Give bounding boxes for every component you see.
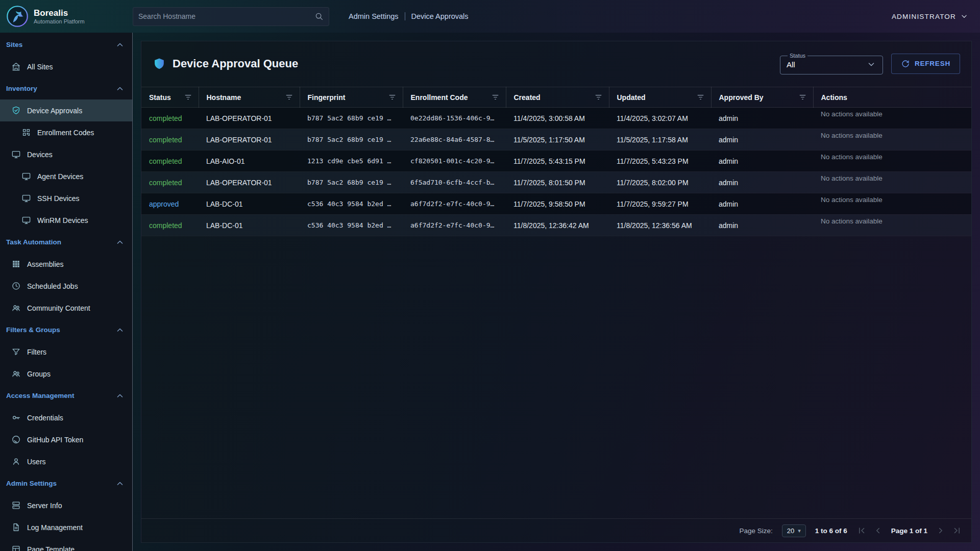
sidebar-section-inventory[interactable]: Inventory xyxy=(0,78,132,99)
col-header-hostname[interactable]: Hostname xyxy=(199,87,300,108)
table-row: completedLAB-OPERATOR-01b787 5ac2 68b9 c… xyxy=(141,129,971,151)
previous-page-icon[interactable] xyxy=(873,525,883,536)
funnel-icon xyxy=(11,347,21,357)
col-label: Created xyxy=(514,93,541,102)
sidebar-item-scheduled-jobs[interactable]: Scheduled Jobs xyxy=(0,275,132,297)
chevron-down-icon xyxy=(960,12,969,21)
chevron-up-icon xyxy=(115,325,125,335)
sidebar-item-server-info[interactable]: Server Info xyxy=(0,494,132,516)
cell-created: 11/5/2025, 1:17:50 AM xyxy=(506,129,609,151)
filter-icon[interactable] xyxy=(594,93,603,102)
sidebar-item-credentials[interactable]: Credentials xyxy=(0,407,132,429)
col-header-actions[interactable]: Actions xyxy=(813,87,971,108)
search-icon[interactable] xyxy=(314,12,324,21)
sidebar-item-github-api-token[interactable]: GitHub API Token xyxy=(0,429,132,450)
cell-enrollment_code: 0e22dd86-1536-406c-9… xyxy=(403,108,506,129)
col-header-status[interactable]: Status xyxy=(141,87,199,108)
sidebar-item-device-approvals[interactable]: Device Approvals xyxy=(0,99,132,121)
sidebar-section-filters-groups[interactable]: Filters & Groups xyxy=(0,319,132,341)
cell-updated: 11/5/2025, 1:17:58 AM xyxy=(609,129,711,151)
sidebar-item-label: Community Content xyxy=(27,304,90,312)
filter-icon[interactable] xyxy=(285,93,293,102)
sidebar-item-community-content[interactable]: Community Content xyxy=(0,297,132,319)
col-label: Enrollment Code xyxy=(411,93,468,102)
sidebar-item-label: Groups xyxy=(27,370,51,378)
sidebar-section-access-management[interactable]: Access Management xyxy=(0,385,132,407)
cell-actions: No actions available xyxy=(813,151,971,172)
table-row: completedLAB-DC-01c536 40c3 9584 b2ed …a… xyxy=(141,215,971,236)
page-nav: Page 1 of 1 xyxy=(856,525,962,536)
page-size-select[interactable]: 20 ▾ xyxy=(782,524,806,537)
cell-status: completed xyxy=(141,129,199,151)
sidebar-item-log-management[interactable]: Log Management xyxy=(0,516,132,538)
col-header-enrollment-code[interactable]: Enrollment Code xyxy=(403,87,506,108)
next-page-icon[interactable] xyxy=(936,525,946,536)
top-bar: Borealis Automation Platform Admin Setti… xyxy=(0,0,980,33)
breadcrumb-admin-settings[interactable]: Admin Settings xyxy=(349,12,399,20)
breadcrumb-separator xyxy=(405,12,405,20)
sidebar-section-label: Inventory xyxy=(6,85,37,92)
col-header-approved-by[interactable]: Approved By xyxy=(711,87,813,108)
caret-down-icon: ▾ xyxy=(798,528,801,534)
search-input[interactable] xyxy=(138,12,314,20)
filter-icon[interactable] xyxy=(184,93,192,102)
search-box xyxy=(133,7,329,26)
col-label: Updated xyxy=(617,93,646,102)
cell-status: completed xyxy=(141,215,199,236)
user-menu[interactable]: ADMINISTRATOR xyxy=(892,12,969,21)
sidebar-item-all-sites[interactable]: All Sites xyxy=(0,56,132,78)
sidebar-item-filters[interactable]: Filters xyxy=(0,341,132,363)
sidebar-item-label: GitHub API Token xyxy=(27,436,83,444)
person-icon xyxy=(11,457,21,466)
sidebar-item-enrollment-codes[interactable]: Enrollment Codes xyxy=(0,121,132,143)
page-title: Device Approval Queue xyxy=(173,57,298,70)
page-size-value: 20 xyxy=(787,527,794,535)
sidebar-item-label: Users xyxy=(27,458,46,466)
cell-actions: No actions available xyxy=(813,129,971,151)
sidebar-item-agent-devices[interactable]: Agent Devices xyxy=(0,165,132,187)
sidebar-item-devices[interactable]: Devices xyxy=(0,143,132,165)
sidebar-section-task-automation[interactable]: Task Automation xyxy=(0,231,132,253)
sidebar-item-users[interactable]: Users xyxy=(0,450,132,472)
chevron-up-icon xyxy=(115,479,125,489)
cell-hostname: LAB-OPERATOR-01 xyxy=(199,172,300,193)
col-header-created[interactable]: Created xyxy=(506,87,609,108)
sidebar-item-winrm-devices[interactable]: WinRM Devices xyxy=(0,209,132,231)
sidebar-section-admin-settings[interactable]: Admin Settings xyxy=(0,472,132,494)
filter-icon[interactable] xyxy=(388,93,397,102)
filter-icon[interactable] xyxy=(798,93,807,102)
cell-hostname: LAB-DC-01 xyxy=(199,215,300,236)
sidebar-section-label: Sites xyxy=(6,41,22,48)
last-page-icon[interactable] xyxy=(952,525,962,536)
cell-updated: 11/7/2025, 9:59:27 PM xyxy=(609,193,711,215)
chevron-up-icon xyxy=(115,84,125,94)
first-page-icon[interactable] xyxy=(856,525,867,536)
sidebar-section-label: Access Management xyxy=(6,392,75,399)
sidebar-item-page-template[interactable]: Page Template xyxy=(0,538,132,551)
breadcrumb-device-approvals[interactable]: Device Approvals xyxy=(411,12,469,20)
sidebar-item-ssh-devices[interactable]: SSH Devices xyxy=(0,187,132,209)
cell-fingerprint: b787 5ac2 68b9 ce19 … xyxy=(300,172,403,193)
col-header-updated[interactable]: Updated xyxy=(609,87,711,108)
filter-icon[interactable] xyxy=(491,93,500,102)
status-filter-select[interactable]: Status All xyxy=(780,53,883,74)
sidebar-item-groups[interactable]: Groups xyxy=(0,363,132,385)
cell-created: 11/4/2025, 3:00:58 AM xyxy=(506,108,609,129)
sites-icon xyxy=(11,62,21,71)
cell-approved_by: admin xyxy=(711,172,813,193)
sidebar-item-assemblies[interactable]: Assemblies xyxy=(0,253,132,275)
chevron-up-icon xyxy=(115,391,125,401)
cell-status: completed xyxy=(141,151,199,172)
filter-icon[interactable] xyxy=(696,93,705,102)
log-icon xyxy=(11,522,21,532)
refresh-button[interactable]: REFRESH xyxy=(891,54,960,74)
table-row: completedLAB-OPERATOR-01b787 5ac2 68b9 c… xyxy=(141,172,971,193)
col-header-fingerprint[interactable]: Fingerprint xyxy=(300,87,403,108)
brand[interactable]: Borealis Automation Platform xyxy=(0,5,133,28)
sidebar-item-label: Agent Devices xyxy=(37,172,83,181)
cell-fingerprint: b787 5ac2 68b9 ce19 … xyxy=(300,108,403,129)
sidebar-item-label: Log Management xyxy=(27,523,83,532)
sidebar-section-sites[interactable]: Sites xyxy=(0,34,132,56)
cell-enrollment_code: cf820501-001c-4c20-9… xyxy=(403,151,506,172)
shield-icon xyxy=(153,57,166,70)
